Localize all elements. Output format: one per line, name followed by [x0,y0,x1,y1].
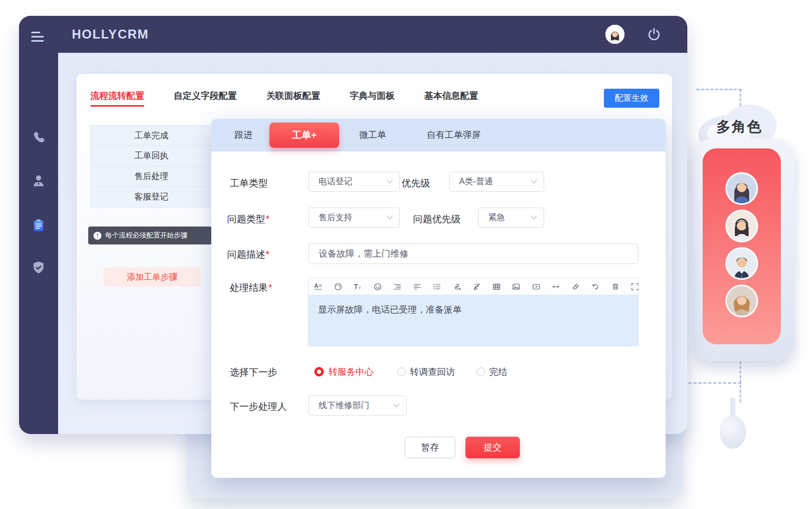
avatar [725,285,758,317]
trash-icon[interactable] [611,282,620,291]
avatar [725,210,758,242]
hint-tooltip: ! 每个流程必须配置开始步骤 [88,227,212,244]
dashed-connector [688,382,741,384]
tab-follow-up[interactable]: 跟进 [235,119,253,152]
workflow-step-list: 工单完成 工单回执 售后处理 客服登记 [90,125,212,208]
app-title: HOLLYCRM [72,16,149,53]
radio-service-center-label[interactable]: 转服务中心 [329,366,374,378]
issue-desc-input[interactable] [309,243,638,264]
list-item[interactable]: 工单完成 [90,125,212,146]
screen: 多角色 HOLLYCRM [0,0,812,509]
radio-survey-callback-label[interactable]: 转调查回访 [410,366,455,378]
workorder-icon[interactable] [31,218,46,233]
issue-desc-label: 问题描述* [227,248,269,261]
result-editor: A TT 显示屏故障，电话已受理，准备派单 [308,278,639,346]
palette-icon[interactable] [334,282,342,291]
chevron-down-icon [530,215,537,220]
image-icon[interactable] [512,282,520,291]
undo-icon[interactable] [591,282,600,291]
fullscreen-icon[interactable] [631,282,639,291]
avatar [725,172,758,205]
user-avatar[interactable] [605,25,624,44]
menu-icon[interactable] [31,32,44,43]
tab-micro-workorder[interactable]: 微工单 [359,119,386,152]
video-icon[interactable] [532,282,540,291]
tab-dictionary-panel[interactable]: 字典与面板 [350,90,395,102]
security-icon[interactable] [31,260,46,276]
svg-text:T: T [359,285,361,290]
order-type-label: 工单类型 [230,177,268,190]
save-draft-button[interactable]: 暂存 [405,437,455,458]
alert-icon: ! [94,232,101,240]
eraser-icon[interactable] [572,282,580,291]
list-item[interactable]: 客服登记 [90,187,212,208]
radio-finish[interactable] [477,367,485,376]
dialog-tabbar: 跟进 工单+ 微工单 自有工单弹屏 [211,119,666,152]
config-tabs: 流程流转配置 自定义字段配置 关联面板配置 字典与面板 基本信息配置 [90,90,478,102]
next-handler-label: 下一步处理人 [230,400,287,413]
submit-button[interactable]: 提交 [465,437,520,458]
tab-custom-fields[interactable]: 自定义字段配置 [174,90,237,102]
tab-workorder-active[interactable]: 工单+ [269,122,339,148]
next-handler-select[interactable]: 线下维修部门 [309,395,407,416]
add-step-button[interactable]: 添加工单步骤 [104,267,201,287]
unlink-icon[interactable] [472,282,481,291]
list-item[interactable]: 售后处理 [90,166,212,187]
multi-role-label: 多角色 [716,117,762,136]
indent-icon[interactable] [393,282,402,291]
radio-service-center[interactable] [314,367,324,376]
drop-shape [720,397,746,450]
radio-finish-label[interactable]: 完结 [489,366,507,378]
priority-select[interactable]: A类-普通 [449,172,544,192]
text-style-icon[interactable]: A [314,282,322,291]
order-type-select[interactable]: 电话登记 [309,172,400,192]
tab-basic-info[interactable]: 基本信息配置 [424,90,478,102]
svg-text:T: T [354,282,358,290]
avatar [725,247,758,280]
dashed-connector [696,89,742,90]
result-label: 处理结果* [230,281,272,294]
chevron-down-icon [386,215,393,220]
chevron-down-icon [393,403,400,408]
issue-priority-label: 问题优先级 [413,213,461,225]
workorder-dialog: 跟进 工单+ 微工单 自有工单弹屏 工单类型 电话登记 优先级 A类-普通 问题… [211,119,666,478]
issue-type-label: 问题类型* [227,213,269,225]
next-step-label: 选择下一步 [230,366,277,379]
divider-icon[interactable] [552,282,560,291]
issue-type-select[interactable]: 售后支持 [309,208,400,228]
priority-label: 优先级 [402,177,430,190]
table-icon[interactable] [492,282,501,291]
tab-linked-panel[interactable]: 关联面板配置 [266,90,320,102]
svg-text:A: A [314,283,318,289]
list-item[interactable]: 工单回执 [90,146,212,166]
result-editor-body[interactable]: 显示屏故障，电话已受理，准备派单 [309,295,638,346]
link-icon[interactable] [453,282,461,291]
radio-survey-callback[interactable] [397,367,406,376]
chevron-down-icon [386,180,393,184]
list-icon[interactable] [433,282,441,291]
align-icon[interactable] [413,282,422,291]
chevron-down-icon [530,180,537,184]
emoji-icon[interactable] [374,282,382,291]
tab-process-flow[interactable]: 流程流转配置 [90,90,144,102]
font-size-icon[interactable]: TT [353,282,362,291]
customer-icon[interactable] [31,173,46,188]
hint-text: 每个流程必须配置开始步骤 [105,231,188,240]
power-icon[interactable] [647,27,661,42]
phone-icon[interactable] [31,130,46,146]
issue-priority-select[interactable]: 紧急 [478,208,544,228]
editor-toolbar: A TT [309,278,638,295]
tab-own-popup[interactable]: 自有工单弹屏 [427,119,481,152]
apply-config-button[interactable]: 配置生效 [604,89,659,108]
